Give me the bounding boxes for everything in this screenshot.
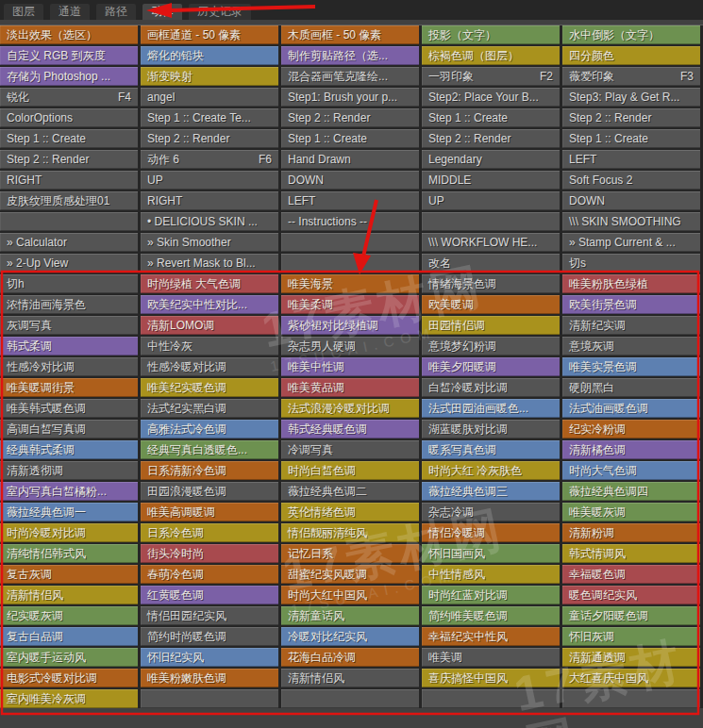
action-button[interactable]: 薇拉经典色调四: [562, 482, 700, 501]
action-button[interactable]: Soft Focus 2: [562, 171, 700, 190]
action-button[interactable]: 甜蜜纪实风暖调: [281, 565, 419, 584]
action-button[interactable]: 欧美纪实中性对比...: [141, 295, 278, 314]
action-button[interactable]: 纪实暖灰调: [0, 606, 138, 625]
action-button[interactable]: 时尚大红中国风: [281, 586, 419, 604]
action-button[interactable]: 春萌冷色调: [141, 565, 278, 584]
action-button[interactable]: 韩式经典暖色调: [281, 420, 419, 438]
action-button[interactable]: Step 2 :: Render: [0, 150, 138, 169]
action-button[interactable]: MIDDLE: [422, 171, 560, 190]
action-button[interactable]: 清新纪实调: [562, 316, 700, 335]
action-button[interactable]: 情侣田园纪实风: [141, 606, 278, 625]
action-button[interactable]: 冷暖对比纪实风: [281, 627, 419, 646]
action-button[interactable]: 性感冷暖对比调: [141, 357, 278, 376]
action-button[interactable]: 时尚大红 冷灰肤色: [422, 461, 560, 480]
action-button-empty[interactable]: [141, 689, 278, 708]
action-button[interactable]: 薇拉经典色调二: [281, 482, 419, 501]
action-button[interactable]: 欧美暖调: [422, 295, 560, 314]
action-button[interactable]: 纪实冷粉调: [562, 420, 700, 438]
action-button[interactable]: \\\ WORKFLOW HE...: [422, 233, 560, 252]
action-button[interactable]: 中性情感风: [422, 565, 560, 584]
action-button[interactable]: 时尚冷暖对比调: [0, 523, 138, 542]
action-button[interactable]: 锐化F4: [0, 88, 138, 107]
action-button[interactable]: LEFT: [281, 191, 419, 210]
action-button[interactable]: RIGHT: [141, 191, 278, 210]
action-button[interactable]: Step 1 :: Create: [562, 129, 700, 148]
tab-actions[interactable]: 动作: [142, 4, 182, 20]
action-button[interactable]: 简约时尚暖色调: [141, 627, 278, 646]
action-button[interactable]: 法式油画暖色调: [562, 399, 700, 418]
action-button[interactable]: Step 1 :: Create: [0, 129, 138, 148]
action-button[interactable]: 法式纪实黑白调: [141, 399, 278, 418]
action-button[interactable]: UP: [141, 171, 278, 190]
action-button[interactable]: Step 1 :: Create: [422, 108, 560, 127]
action-button[interactable]: 画框通道 - 50 像素: [141, 25, 278, 44]
action-button[interactable]: 一羽印象F2: [422, 67, 560, 86]
action-button[interactable]: Step 2 :: Render: [562, 108, 700, 127]
tab-layers[interactable]: 图层: [4, 4, 43, 20]
action-button[interactable]: 意境灰调: [562, 337, 700, 356]
action-button[interactable]: 唯美韩式暖色调: [0, 399, 138, 418]
action-button[interactable]: angel: [141, 88, 278, 107]
action-button[interactable]: 红黄暖色调: [141, 586, 278, 604]
action-button[interactable]: 韩式情调风: [562, 544, 700, 563]
tab-history[interactable]: 历史记录: [189, 4, 251, 20]
action-button[interactable]: 唯美高调暖调: [141, 503, 278, 521]
action-button[interactable]: 韩式柔调: [0, 337, 138, 356]
action-button[interactable]: 制作剪贴路径（选...: [281, 46, 419, 65]
action-button[interactable]: 杂志冷调: [422, 503, 560, 521]
action-button[interactable]: Step 2 :: Render: [141, 129, 278, 148]
action-button[interactable]: • DELICIOUS SKIN ...: [141, 212, 278, 231]
action-button[interactable]: 灰调写真: [0, 316, 138, 335]
action-button[interactable]: » Revert Mask to Bl...: [141, 254, 278, 273]
action-button[interactable]: 清新通透调: [562, 648, 700, 667]
action-button[interactable]: 幸福纪实中性风: [422, 627, 560, 646]
action-button[interactable]: 时尚白皙色调: [281, 461, 419, 480]
action-button[interactable]: 怀旧纪实风: [141, 648, 278, 667]
action-button[interactable]: Step 2 :: Render: [281, 108, 419, 127]
action-button[interactable]: 经典韩式柔调: [0, 440, 138, 459]
action-button[interactable]: » Skin Smoother: [141, 233, 278, 252]
action-button[interactable]: 投影（文字）: [422, 25, 560, 44]
action-button[interactable]: Step1: Brush your p...: [281, 88, 419, 107]
action-button[interactable]: 喜庆搞怪中国风: [422, 669, 560, 687]
action-button[interactable]: 改名: [422, 254, 560, 273]
action-button[interactable]: 清新橘色调: [562, 440, 700, 459]
action-button[interactable]: 唯美粉肤色绿植: [562, 274, 700, 293]
action-button[interactable]: 唯美暖调街景: [0, 378, 138, 397]
action-button[interactable]: 混合器画笔克隆绘...: [281, 67, 419, 86]
action-button[interactable]: 唯美海景: [281, 274, 419, 293]
action-button[interactable]: 复古灰调: [0, 565, 138, 584]
action-button[interactable]: Legendary: [422, 150, 560, 169]
action-button[interactable]: 自定义 RGB 到灰度: [0, 46, 138, 65]
action-button[interactable]: 暖系写真色调: [422, 440, 560, 459]
action-button[interactable]: 田园情侣调: [422, 316, 560, 335]
action-button[interactable]: 电影式冷暖对比调: [0, 669, 138, 687]
action-button[interactable]: 法式浪漫冷暖对比调: [281, 399, 419, 418]
action-button[interactable]: 白皙冷暖对比调: [422, 378, 560, 397]
action-button[interactable]: 日系冷色调: [141, 523, 278, 542]
action-button[interactable]: 熔化的铅块: [141, 46, 278, 65]
action-button[interactable]: 清新透彻调: [0, 461, 138, 480]
action-button[interactable]: 清新情侣风: [281, 669, 419, 687]
action-button[interactable]: 唯美调: [422, 648, 560, 667]
action-button[interactable]: Step2: Place Your B...: [422, 88, 560, 107]
action-button[interactable]: 室内写真白皙橘粉...: [0, 482, 138, 501]
action-button[interactable]: UP: [422, 191, 560, 210]
action-button[interactable]: 木质画框 - 50 像素: [281, 25, 419, 44]
action-button[interactable]: 室内暖手运动风: [0, 648, 138, 667]
action-button[interactable]: 动作 6F6: [141, 150, 278, 169]
action-button[interactable]: 四分颜色: [562, 46, 700, 65]
action-button[interactable]: 硬朗黑白: [562, 378, 700, 397]
action-button[interactable]: 唯美暖灰调: [562, 503, 700, 521]
action-button-empty[interactable]: [0, 212, 138, 231]
action-button[interactable]: 清新LOMO调: [141, 316, 278, 335]
action-button-empty[interactable]: [281, 233, 419, 252]
action-button[interactable]: 清纯情侣韩式风: [0, 544, 138, 563]
action-button[interactable]: DOWN: [281, 171, 419, 190]
action-button[interactable]: 欧美街景色调: [562, 295, 700, 314]
action-button[interactable]: Hand Drawn: [281, 150, 419, 169]
action-button[interactable]: 经典写真白透暖色...: [141, 440, 278, 459]
action-button[interactable]: » Calculator: [0, 233, 138, 252]
action-button[interactable]: 浓情油画海景色: [0, 295, 138, 314]
action-button[interactable]: RIGHT: [0, 171, 138, 190]
